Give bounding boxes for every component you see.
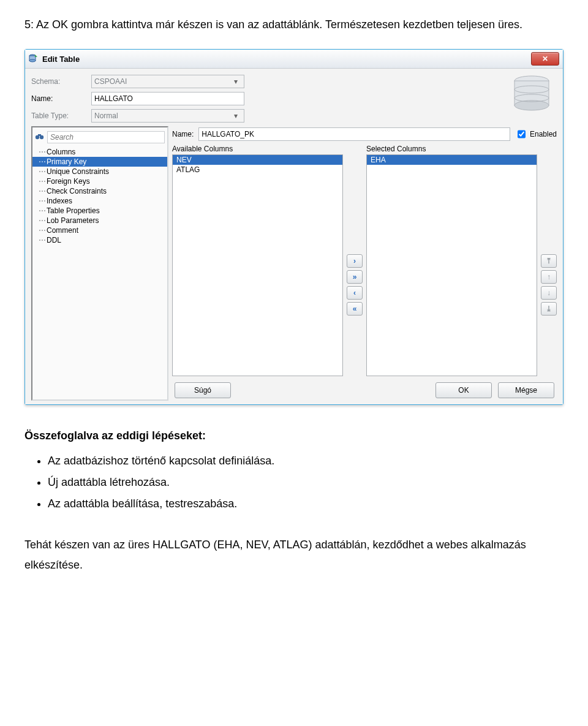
tree-item-columns[interactable]: ⋯Columns: [32, 147, 167, 157]
tree-item-fk[interactable]: ⋯Foreign Keys: [32, 176, 167, 186]
edit-table-dialog: Edit Table ✕ Schema: CSPOAAI: [24, 49, 564, 405]
tree-item-ddl[interactable]: ⋯DDL: [32, 235, 167, 245]
close-button[interactable]: ✕: [531, 52, 559, 66]
move-left-button[interactable]: ‹: [347, 286, 363, 300]
move-all-left-button[interactable]: «: [347, 302, 363, 316]
tree-item-props[interactable]: ⋯Table Properties: [32, 206, 167, 216]
binocular-icon: [35, 132, 45, 143]
tabletype-label: Table Type:: [31, 112, 85, 120]
tree-item-comment[interactable]: ⋯Comment: [32, 225, 167, 235]
move-up-button[interactable]: ↑: [541, 270, 557, 284]
table-name-field[interactable]: HALLGATO: [91, 92, 244, 105]
list-item[interactable]: EHA: [367, 155, 537, 165]
move-down-button[interactable]: ↓: [541, 286, 557, 300]
cancel-button[interactable]: Mégse: [498, 382, 554, 398]
tree-item-unique[interactable]: ⋯Unique Constraints: [32, 167, 167, 176]
db-large-icon: [510, 75, 553, 116]
available-columns-list[interactable]: NEV ATLAG: [172, 154, 343, 376]
move-buttons: › » ‹ «: [347, 145, 363, 376]
list-item[interactable]: NEV: [173, 155, 342, 165]
tabletype-field: Normal ▾: [91, 109, 244, 123]
enabled-checkbox[interactable]: Enabled: [515, 126, 557, 142]
search-input[interactable]: [47, 131, 165, 143]
summary-list: Az adatbázishoz történő kapcsolat defini…: [48, 455, 564, 510]
summary-heading: Összefoglalva az eddigi lépéseket:: [24, 429, 564, 442]
help-button[interactable]: Súgó: [175, 382, 231, 398]
category-tree[interactable]: ⋯Columns ⋯Primary Key ⋯Unique Constraint…: [32, 146, 167, 397]
selected-columns-list[interactable]: EHA: [366, 154, 537, 376]
svg-rect-10: [38, 134, 41, 136]
pk-name-field[interactable]: [198, 127, 510, 141]
schema-field: CSPOAAI ▾: [91, 75, 244, 88]
tree-item-indexes[interactable]: ⋯Indexes: [32, 196, 167, 206]
chevron-down-icon: ▾: [230, 112, 241, 120]
tree-item-lob[interactable]: ⋯Lob Parameters: [32, 216, 167, 225]
dialog-title: Edit Table: [42, 55, 80, 64]
move-top-button[interactable]: ⤒: [541, 254, 557, 268]
close-icon: ✕: [542, 55, 548, 63]
move-right-button[interactable]: ›: [347, 254, 363, 268]
list-item: Új adattábla létrehozása.: [48, 476, 564, 489]
tree-item-primary-key[interactable]: ⋯Primary Key: [32, 157, 167, 167]
pk-name-label: Name:: [172, 130, 194, 138]
enabled-checkbox-input[interactable]: [518, 128, 526, 140]
list-item: Az adattábla beállítása, testreszabása.: [48, 497, 564, 510]
category-tree-panel: ⋯Columns ⋯Primary Key ⋯Unique Constraint…: [31, 126, 168, 401]
doc-intro: 5: Az OK gombra kattintva már készen is …: [24, 15, 564, 34]
db-table-icon: [29, 53, 39, 65]
closing-paragraph: Tehát készen van az üres HALLGATO (EHA, …: [24, 535, 564, 575]
selected-columns-label: Selected Columns: [366, 145, 537, 153]
move-all-right-button[interactable]: »: [347, 270, 363, 284]
tree-item-check[interactable]: ⋯Check Constraints: [32, 186, 167, 196]
svg-point-2: [29, 59, 36, 62]
move-bottom-button[interactable]: ⤓: [541, 302, 557, 316]
list-item: Az adatbázishoz történő kapcsolat defini…: [48, 455, 564, 467]
available-columns-label: Available Columns: [172, 145, 343, 153]
titlebar: Edit Table ✕: [25, 50, 563, 69]
order-buttons: ⤒ ↑ ↓ ⤓: [541, 145, 557, 376]
ok-button[interactable]: OK: [435, 382, 492, 398]
schema-label: Schema:: [31, 77, 85, 86]
chevron-down-icon: ▾: [230, 77, 241, 86]
name-label: Name:: [31, 94, 85, 103]
list-item[interactable]: ATLAG: [173, 165, 342, 175]
